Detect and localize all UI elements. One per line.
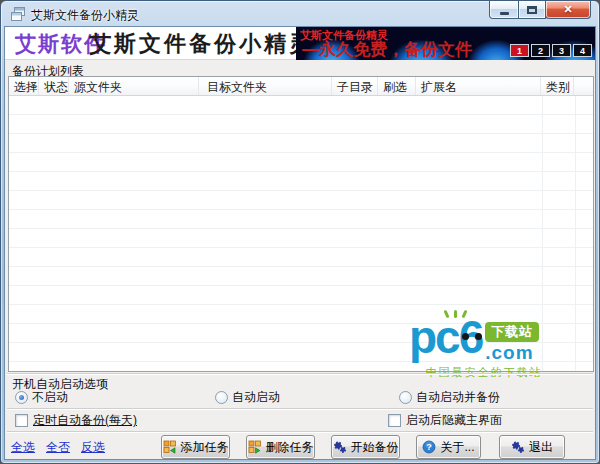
pc6-eye-icon <box>462 333 469 340</box>
start-backup-button[interactable]: 开始备份 <box>331 435 400 459</box>
app-window: 艾斯文件备份小精灵 ✕ 艾斯软件 艾斯文件备份小精灵 艾斯文件备份精灵 —永久免… <box>0 0 600 464</box>
divider <box>7 408 593 410</box>
radio-autostart[interactable]: 自动启动 <box>215 390 280 405</box>
table-header: 选择 状态 源文件夹 目标文件夹 子目录 刷选 扩展名 类别 <box>9 77 593 96</box>
column-header-filler <box>574 77 593 95</box>
about-button[interactable]: ? 关于... <box>416 435 481 459</box>
select-none-link[interactable]: 全否 <box>46 439 70 456</box>
radio-label: 自动启动并备份 <box>416 389 500 406</box>
minimize-button[interactable] <box>489 1 519 19</box>
column-header-source[interactable]: 源文件夹 <box>69 77 199 95</box>
banner-app-name: 艾斯文件备份小精灵 <box>89 29 314 59</box>
column-header-subdir[interactable]: 子目录 <box>332 77 378 95</box>
divider <box>7 431 593 433</box>
checkbox-scheduled-backup[interactable]: 定时自动备份(每天) <box>15 413 137 428</box>
minimize-icon <box>500 12 509 15</box>
radio-label: 自动启动 <box>232 389 280 406</box>
button-label: 删除任务 <box>266 439 314 456</box>
pc6-com-text: .com <box>485 342 533 364</box>
add-task-icon <box>163 440 177 454</box>
grid-vline <box>575 96 576 371</box>
column-header-category[interactable]: 类别 <box>541 77 574 95</box>
exit-button[interactable]: 退出 <box>499 435 565 459</box>
maximize-icon <box>527 6 537 14</box>
pc6-logo-text: pc6 <box>409 316 482 360</box>
radio-autostart-and-backup[interactable]: 自动启动并备份 <box>399 390 500 405</box>
banner-page-2[interactable]: 2 <box>531 44 550 57</box>
delete-task-button[interactable]: 删除任务 <box>246 435 315 459</box>
checkbox-icon <box>15 414 28 427</box>
pc6-watermark: pc6 下载站 .com 中国最安全的下载站 <box>409 316 559 380</box>
svg-text:?: ? <box>427 442 433 452</box>
column-header-target[interactable]: 目标文件夹 <box>199 77 332 95</box>
app-icon <box>10 6 26 22</box>
window-controls: ✕ <box>490 1 591 19</box>
delete-task-icon <box>248 440 262 454</box>
banner-page-3[interactable]: 3 <box>552 44 571 57</box>
column-header-filter[interactable]: 刷选 <box>378 77 416 95</box>
checkbox-label: 启动后隐藏主界面 <box>406 412 502 429</box>
button-label: 添加任务 <box>181 439 229 456</box>
banner: 艾斯软件 艾斯文件备份小精灵 艾斯文件备份精灵 —永久免费，备份文件 1 2 3… <box>5 27 595 60</box>
backup-plan-table: 选择 状态 源文件夹 目标文件夹 子目录 刷选 扩展名 类别 <box>8 76 594 372</box>
column-header-extension[interactable]: 扩展名 <box>416 77 541 95</box>
radio-label: 不启动 <box>32 389 68 406</box>
invert-select-link[interactable]: 反选 <box>81 439 105 456</box>
checkbox-hide-on-start[interactable]: 启动后隐藏主界面 <box>388 413 502 428</box>
radio-selected-icon <box>15 391 28 404</box>
window-title: 艾斯文件备份小精灵 <box>31 7 139 24</box>
client-area: 艾斯软件 艾斯文件备份小精灵 艾斯文件备份精灵 —永久免费，备份文件 1 2 3… <box>5 27 595 459</box>
pc6-eye-icon <box>475 333 482 340</box>
about-icon: ? <box>422 440 436 454</box>
radio-icon <box>399 391 412 404</box>
backup-plan-list-body[interactable]: pc6 下载站 .com 中国最安全的下载站 <box>9 96 593 371</box>
close-icon: ✕ <box>563 4 572 15</box>
radio-icon <box>215 391 228 404</box>
banner-page-1[interactable]: 1 <box>510 44 529 57</box>
column-header-select[interactable]: 选择 <box>9 77 39 95</box>
radio-no-autostart[interactable]: 不启动 <box>15 390 68 405</box>
pc6-badge: 下载站 <box>485 322 539 342</box>
select-all-link[interactable]: 全选 <box>11 439 35 456</box>
banner-page-4[interactable]: 4 <box>573 44 592 57</box>
button-label: 退出 <box>529 439 553 456</box>
column-header-status[interactable]: 状态 <box>39 77 69 95</box>
button-label: 关于... <box>440 439 474 456</box>
divider <box>7 373 593 375</box>
banner-ad[interactable]: 艾斯文件备份精灵 —永久免费，备份文件 1 2 3 4 <box>296 27 595 60</box>
checkbox-icon <box>388 414 401 427</box>
banner-ad-ticker: —永久免费，备份文件 <box>302 38 472 60</box>
start-backup-icon <box>333 440 347 454</box>
exit-icon <box>511 440 525 454</box>
maximize-button[interactable] <box>518 1 546 19</box>
pc6-sprout-icon <box>454 310 457 318</box>
selection-links: 全选 全否 反选 <box>11 439 105 456</box>
title-bar[interactable]: 艾斯文件备份小精灵 ✕ <box>1 1 599 27</box>
button-label: 开始备份 <box>351 439 399 456</box>
close-button[interactable]: ✕ <box>545 1 591 19</box>
add-task-button[interactable]: 添加任务 <box>161 435 230 459</box>
checkbox-label: 定时自动备份(每天) <box>33 412 137 429</box>
banner-pager: 1 2 3 4 <box>510 44 592 57</box>
